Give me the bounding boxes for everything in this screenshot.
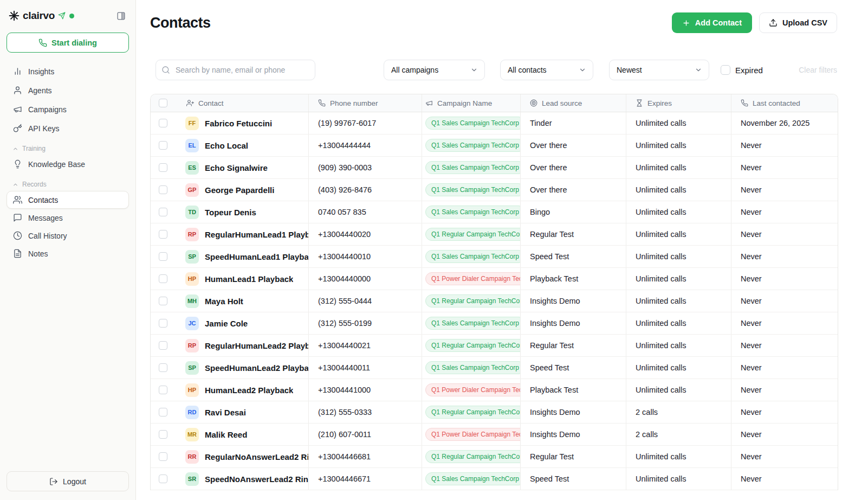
table-row[interactable]: JC Jamie Cole (312) 555-0199 Q1 Sales Ca… [151, 312, 838, 335]
column-header-campaign[interactable]: Campaign Name [422, 94, 520, 112]
contact-name: Fabrico Fetuccini [205, 119, 272, 128]
contact-name: RegularNoAnswerLead2 Ringing [205, 452, 308, 461]
expires-cell: Unlimited calls [626, 157, 731, 178]
lead-source-cell: Over there [520, 179, 626, 201]
row-checkbox[interactable] [159, 363, 167, 372]
sidebar-item-insights[interactable]: Insights [7, 62, 129, 80]
row-checkbox[interactable] [159, 297, 167, 305]
table-row[interactable]: RP RegularHumanLead1 Playback +130044400… [151, 223, 838, 246]
last-contacted-cell: Never [731, 223, 838, 245]
table-row[interactable]: ES Echo Signalwire (909) 390-0003 Q1 Sal… [151, 157, 838, 179]
table-row[interactable]: SP SpeedHumanLead1 Playback +13004440010… [151, 246, 838, 268]
table-row[interactable]: TD Topeur Denis 0740 057 835 Q1 Sales Ca… [151, 201, 838, 223]
notes-icon [13, 249, 22, 258]
add-contact-button[interactable]: Add Contact [672, 12, 752, 33]
expires-cell: Unlimited calls [626, 201, 731, 223]
row-checkbox[interactable] [159, 141, 167, 150]
row-checkbox[interactable] [159, 341, 167, 350]
sidebar-collapse-button[interactable] [115, 10, 127, 22]
row-checkbox[interactable] [159, 408, 167, 416]
table-row[interactable]: EL Echo Local +13004444444 Q1 Sales Camp… [151, 134, 838, 157]
sidebar-item-contacts[interactable]: Contacts [7, 191, 129, 209]
sort-value: Newest [617, 66, 642, 74]
contact-name: HumanLead1 Playback [205, 274, 293, 284]
sidebar-item-messages[interactable]: Messages [7, 209, 129, 227]
lead-source-cell: Over there [520, 157, 626, 178]
avatar: SP [185, 250, 199, 264]
row-checkbox[interactable] [159, 319, 167, 328]
table-row[interactable]: RR RegularNoAnswerLead2 Ringing +1300444… [151, 446, 838, 468]
contact-cell: JC Jamie Cole [181, 312, 308, 334]
column-header-last-contacted[interactable]: Last contacted [731, 94, 838, 112]
campaign-badge: Q1 Sales Campaign TechCorp [425, 161, 520, 174]
row-checkbox[interactable] [159, 430, 167, 439]
column-header-contact[interactable]: Contact [181, 94, 308, 112]
sidebar-item-notes[interactable]: Notes [7, 245, 129, 262]
column-header-expires[interactable]: Expires [626, 94, 731, 112]
sidebar-nav: Insights Agents Campaigns API Keys [7, 62, 129, 137]
avatar: RD [185, 406, 199, 419]
contact-name: RegularHumanLead2 Playback [205, 341, 308, 350]
expired-checkbox[interactable] [721, 65, 730, 75]
sidebar-item-label: Notes [28, 249, 48, 258]
contact-filter-dropdown[interactable]: All contacts [500, 60, 593, 80]
avatar: ES [185, 161, 199, 175]
row-checkbox[interactable] [159, 475, 167, 483]
sidebar-item-agents[interactable]: Agents [7, 81, 129, 99]
row-checkbox[interactable] [159, 252, 167, 261]
chevron-down-icon [579, 66, 586, 74]
sidebar-item-knowledge-base[interactable]: Knowledge Base [7, 155, 129, 173]
search-icon [161, 66, 170, 74]
row-checkbox[interactable] [159, 230, 167, 239]
campaigns-icon [13, 105, 22, 114]
start-dialing-button[interactable]: Start dialing [7, 33, 129, 53]
table-row[interactable]: FF Fabrico Fetuccini (19) 99767-6017 Q1 … [151, 112, 838, 134]
row-checkbox[interactable] [159, 119, 167, 127]
section-training[interactable]: Training [7, 145, 129, 152]
search-input[interactable] [156, 60, 315, 80]
expires-cell: Unlimited calls [626, 335, 731, 356]
select-all-checkbox[interactable] [159, 99, 167, 107]
campaign-badge: Q1 Regular Campaign TechCorp [425, 228, 520, 241]
table-row[interactable]: HP HumanLead1 Playback +13004440000 Q1 P… [151, 268, 838, 290]
campaign-filter-dropdown[interactable]: All campaigns [384, 60, 485, 80]
table-row[interactable]: SP SpeedHumanLead2 Playback +13004440011… [151, 357, 838, 379]
sidebar-item-api-keys[interactable]: API Keys [7, 119, 129, 137]
logout-icon [49, 477, 58, 486]
row-checkbox[interactable] [159, 386, 167, 394]
column-header-lead-source[interactable]: Lead source [520, 94, 626, 112]
row-checkbox[interactable] [159, 163, 167, 172]
row-checkbox-cell [151, 401, 181, 423]
table-row[interactable]: SR SpeedNoAnswerLead2 Ringing +130044466… [151, 468, 838, 490]
row-checkbox-cell [151, 157, 181, 178]
logout-button[interactable]: Logout [7, 471, 129, 491]
contact-name: Maya Holt [205, 297, 243, 306]
row-checkbox[interactable] [159, 452, 167, 461]
row-checkbox-cell [151, 424, 181, 445]
column-header-phone[interactable]: Phone number [308, 94, 422, 112]
row-checkbox[interactable] [159, 185, 167, 194]
upload-csv-button[interactable]: Upload CSV [759, 12, 837, 33]
user-plus-icon [186, 99, 194, 107]
table-row[interactable]: HP HumanLead2 Playback +13004441000 Q1 P… [151, 379, 838, 401]
table-row[interactable]: RP RegularHumanLead2 Playback +130044400… [151, 335, 838, 357]
table-row[interactable]: MR Malik Reed (210) 607-0011 Q1 Power Di… [151, 424, 838, 446]
last-contacted-cell: Never [731, 179, 838, 201]
phone-icon [38, 39, 47, 47]
row-checkbox[interactable] [159, 208, 167, 216]
section-records[interactable]: Records [7, 181, 129, 188]
last-contacted-cell: Never [731, 468, 838, 490]
table-row[interactable]: MH Maya Holt (312) 555-0444 Q1 Regular C… [151, 290, 838, 312]
sort-dropdown[interactable]: Newest [609, 60, 709, 80]
contact-name: SpeedHumanLead2 Playback [205, 363, 308, 373]
sidebar-item-campaigns[interactable]: Campaigns [7, 100, 129, 118]
last-contacted-cell: Never [731, 290, 838, 312]
row-checkbox[interactable] [159, 274, 167, 283]
table-row[interactable]: GP George Papardelli (403) 926-8476 Q1 S… [151, 179, 838, 201]
clear-filters-button[interactable]: Clear filters [799, 66, 837, 74]
avatar: SR [185, 472, 199, 486]
sidebar-item-call-history[interactable]: Call History [7, 227, 129, 245]
table-row[interactable]: RD Ravi Desai (312) 555-0333 Q1 Regular … [151, 401, 838, 424]
expires-cell: Unlimited calls [626, 179, 731, 201]
phone-cell: (403) 926-8476 [308, 179, 422, 201]
